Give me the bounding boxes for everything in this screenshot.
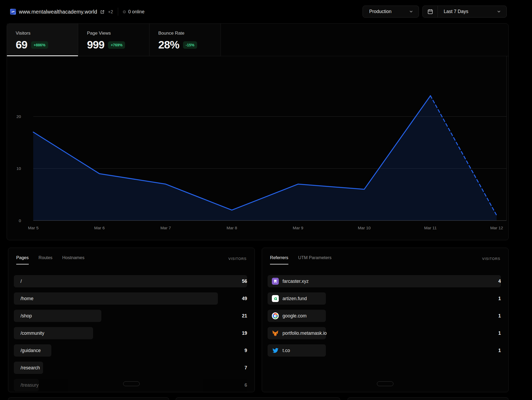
environment-dropdown[interactable]: Production: [363, 6, 419, 18]
topbar-divider: [118, 8, 118, 16]
table-row-artizen-fund[interactable]: artizen.fund1: [268, 292, 501, 305]
stat-tab-page-views[interactable]: Page Views999+769%: [78, 24, 149, 56]
referrers-panel: ReferrersUTM ParametersVISITORSfarcaster…: [262, 248, 509, 392]
chevron-down-icon: [497, 9, 501, 14]
artizen-favicon-icon: [272, 295, 279, 302]
site-favicon-icon: [10, 9, 16, 15]
tab-referrers[interactable]: Referrers: [270, 255, 288, 264]
table-row-guidance[interactable]: /guidance9: [14, 344, 247, 357]
row-label: /guidance: [20, 348, 41, 353]
site-selector[interactable]: www.mentalwealthacademy.world +2: [10, 9, 113, 15]
row-label-wrap: /: [20, 275, 22, 287]
environment-value: Production: [369, 9, 392, 14]
x-axis-tick: Mar 12: [490, 226, 503, 230]
row-label-wrap: t.co: [272, 344, 290, 357]
y-axis-tick: 10: [16, 166, 21, 171]
table-row-t-co[interactable]: t.co1: [268, 344, 501, 357]
tab-routes[interactable]: Routes: [39, 255, 52, 264]
stat-delta-badge: -15%: [183, 41, 197, 49]
stat-label: Bounce Rate: [158, 31, 221, 36]
stat-value: 28%: [158, 39, 179, 51]
table-row-community[interactable]: /community19: [14, 327, 247, 339]
row-value: 1: [498, 310, 501, 322]
chevron-down-icon: [409, 9, 413, 14]
row-label: /community: [20, 330, 44, 336]
row-value: 6: [244, 379, 247, 391]
expand-list-button[interactable]: [377, 381, 393, 386]
stat-tab-visitors[interactable]: Visitors69+886%: [7, 24, 78, 56]
row-value: 4: [498, 275, 501, 287]
row-label-wrap: artizen.fund: [272, 292, 307, 305]
table-row-google-com[interactable]: google.com1: [268, 310, 501, 322]
calendar-button[interactable]: [423, 6, 438, 17]
stat-tabs-row: Visitors69+886%Page Views999+769%Bounce …: [7, 24, 508, 56]
stat-tab-bounce-rate[interactable]: Bounce Rate28%-15%: [149, 24, 221, 56]
x-axis-tick: Mar 11: [424, 226, 437, 230]
row-bar: [14, 275, 247, 287]
row-label: farcaster.xyz: [282, 279, 309, 284]
date-range-value: Last 7 Days: [444, 9, 468, 14]
google-favicon-icon: [272, 312, 279, 319]
row-label-wrap: portfolio.metamask.io: [272, 327, 327, 339]
site-domain[interactable]: www.mentalwealthacademy.world: [19, 9, 97, 15]
table-row-home[interactable]: /home49: [14, 292, 247, 305]
row-label: /: [20, 279, 22, 284]
row-value: 7: [244, 362, 247, 374]
table-row-farcaster-xyz[interactable]: farcaster.xyz4: [268, 275, 501, 287]
bottom-card-stub: [347, 397, 509, 400]
table-row-[interactable]: /56: [14, 275, 247, 287]
calendar-icon: [427, 9, 433, 15]
row-label: /research: [20, 365, 40, 371]
metamask-favicon-icon: [272, 330, 279, 337]
tab-pages[interactable]: Pages: [16, 255, 29, 264]
row-value: 49: [242, 292, 247, 305]
row-label-wrap: /research: [20, 362, 40, 374]
row-label: /home: [20, 296, 34, 301]
row-label-wrap: /treasury: [20, 379, 39, 391]
row-value: 19: [242, 327, 247, 339]
row-label: google.com: [282, 313, 306, 319]
panel-rows: farcaster.xyz4artizen.fund1google.com1po…: [268, 275, 501, 362]
row-label-wrap: /shop: [20, 310, 32, 322]
row-label: /treasury: [20, 382, 39, 388]
visitors-chart: 01020Mar 5Mar 6Mar 7Mar 8Mar 9Mar 10Mar …: [7, 56, 508, 240]
tab-hostnames[interactable]: Hostnames: [62, 255, 84, 264]
table-row-research[interactable]: /research7: [14, 362, 247, 374]
stat-value: 999: [87, 39, 104, 51]
x-axis-tick: Mar 5: [28, 226, 39, 230]
twitter-favicon-icon: [272, 347, 279, 354]
row-label: portfolio.metamask.io: [282, 330, 327, 336]
visitors-chart-svg: 01020Mar 5Mar 6Mar 7Mar 8Mar 9Mar 10Mar …: [7, 56, 508, 240]
stat-value: 69: [16, 39, 27, 51]
table-row-shop[interactable]: /shop21: [14, 310, 247, 322]
row-label: t.co: [282, 348, 290, 353]
stat-row-filler: [221, 24, 508, 56]
row-label: artizen.fund: [282, 296, 307, 301]
chart-area-fill: [33, 96, 497, 221]
pages-panel: PagesRoutesHostnamesVISITORS/56/home49/s…: [8, 248, 255, 392]
row-label-wrap: /guidance: [20, 344, 41, 357]
stat-delta-badge: +769%: [108, 41, 125, 49]
online-count: 0 online: [128, 9, 144, 15]
row-label-wrap: /home: [20, 292, 34, 305]
farcaster-favicon-icon: [272, 278, 279, 285]
row-label-wrap: /community: [20, 327, 44, 339]
date-range-dropdown[interactable]: Last 7 Days: [422, 6, 507, 18]
row-label-wrap: farcaster.xyz: [272, 275, 309, 287]
online-status-icon: [123, 10, 126, 13]
stat-delta-badge: +886%: [31, 41, 48, 49]
top-bar: www.mentalwealthacademy.world +2 0 onlin…: [0, 0, 532, 23]
tab-utm-parameters[interactable]: UTM Parameters: [298, 255, 332, 264]
extra-domains-chip[interactable]: +2: [108, 9, 113, 14]
panel-tabs: ReferrersUTM Parameters: [262, 248, 508, 264]
row-value: 1: [498, 344, 501, 357]
y-axis-tick: 20: [16, 114, 21, 119]
row-value: 21: [242, 310, 247, 322]
expand-list-button[interactable]: [123, 381, 140, 386]
x-axis-tick: Mar 10: [358, 226, 371, 230]
row-label-wrap: google.com: [272, 310, 306, 322]
panel-rows: /56/home49/shop21/community19/guidance9/…: [14, 275, 247, 392]
row-bar: [14, 292, 218, 305]
analytics-card: Visitors69+886%Page Views999+769%Bounce …: [7, 23, 509, 240]
table-row-portfolio-metamask-io[interactable]: portfolio.metamask.io1: [268, 327, 501, 339]
